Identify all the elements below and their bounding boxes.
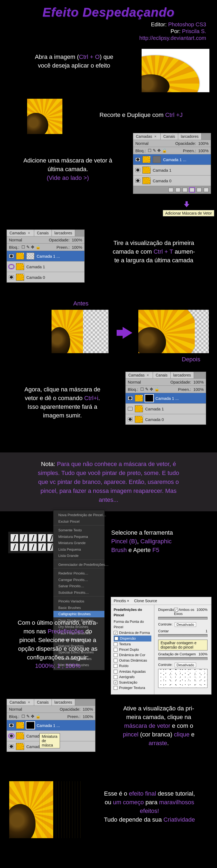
opt[interactable]: Outras Dinâmicas (114, 658, 151, 663)
tab-canais[interactable]: Canais (34, 230, 52, 236)
jitter-value[interactable]: 100% (198, 652, 208, 656)
fill-value[interactable]: 100% (193, 387, 204, 392)
vector-mask-thumb[interactable] (26, 722, 34, 729)
folder-icon[interactable] (183, 188, 187, 192)
layer-row[interactable]: CamadMiniatura de másca (7, 731, 95, 741)
visibility-toggle-off[interactable] (128, 407, 133, 411)
count-value[interactable]: 1 (206, 629, 208, 633)
layer-row[interactable]: Camada 0 (7, 272, 84, 282)
tab-larcadores[interactable]: larcadores (170, 372, 194, 378)
opt[interactable]: Aerógrafo (114, 674, 151, 680)
layer-row-selected[interactable]: Camada 1 ... (7, 251, 84, 261)
fill-value[interactable]: 100% (198, 148, 209, 153)
vector-mask-thumb[interactable] (153, 156, 161, 163)
menu-item-selected[interactable]: Calligraphic Brushes (54, 611, 104, 617)
layer-row-selected[interactable]: Camada 1 ... (126, 393, 206, 403)
tab-larcadores[interactable]: larcadores (52, 699, 75, 706)
blend-mode[interactable]: Normal (9, 707, 22, 712)
opt[interactable]: Pincel Duplo (114, 647, 151, 652)
menu-item[interactable]: Nova Predefinição de Pincel… (54, 512, 104, 518)
visibility-toggle[interactable] (9, 254, 14, 258)
dialog-tab-brushes[interactable]: Pincéis × (114, 599, 129, 603)
menu-item[interactable]: Somente Texto (54, 527, 104, 533)
tab-canais[interactable]: Canais (34, 699, 52, 706)
brush-thumbnails[interactable] (8, 532, 58, 553)
menu-item[interactable]: Carregar Pincéis… (54, 577, 104, 583)
fill-value[interactable]: 100% (83, 714, 93, 719)
opt[interactable]: Proteger Textura (114, 685, 151, 691)
opacity-value[interactable]: 100% (83, 707, 93, 712)
visibility-toggle[interactable] (135, 158, 140, 161)
opt[interactable]: Arestas Aguadas (114, 669, 151, 674)
scatter-slider[interactable] (158, 617, 208, 620)
opt[interactable]: Textura (114, 642, 151, 647)
opt[interactable]: Suavização (114, 680, 151, 685)
tab-larcadores[interactable]: larcadores (52, 230, 75, 236)
visibility-toggle[interactable] (135, 168, 140, 172)
tab-canais[interactable]: Canais (161, 133, 178, 140)
jitter-slider[interactable] (158, 657, 208, 660)
layer-row[interactable]: Camada 1 (7, 261, 84, 272)
brush-settings-dialog[interactable]: Pincéis × Clone Source Predefinições do … (111, 597, 212, 695)
opt[interactable]: Forma da Ponta do Pincel (114, 619, 151, 630)
layers-panel-hidefirst[interactable]: Camadas × Canais larcadores Normal Opaci… (6, 229, 85, 283)
opt[interactable]: Ruído (114, 663, 151, 669)
blend-mode[interactable]: Normal (9, 238, 22, 242)
count-slider[interactable] (158, 634, 208, 637)
opacity-value[interactable]: 100% (198, 141, 209, 146)
both-axes-checkbox[interactable] (174, 608, 178, 612)
blend-mode[interactable]: Normal (135, 141, 148, 146)
menu-item[interactable]: Excluir Pincel (54, 518, 104, 525)
new-layer-icon[interactable] (176, 188, 180, 192)
visibility-toggle[interactable] (9, 275, 14, 279)
vector-mask-thumb[interactable] (26, 252, 34, 259)
control-select[interactable]: Desativado (175, 622, 196, 627)
tab-larcadores[interactable]: larcadores (178, 133, 202, 140)
menu-item[interactable]: Basic Brushes (54, 604, 104, 611)
opacity-value[interactable]: 100% (72, 238, 82, 242)
menu-item[interactable]: Miniatura Grande (54, 540, 104, 546)
layers-panel-addmask[interactable]: Camadas × Canais larcadores Normal Opaci… (133, 133, 211, 194)
visibility-toggle[interactable] (9, 734, 14, 738)
layers-panel-inverted[interactable]: Camadas × Canais larcadores Normal Opaci… (125, 372, 206, 425)
layer-row-selected[interactable]: Camada 1 ... (133, 154, 211, 165)
menu-item[interactable]: Lista Grande (54, 553, 104, 559)
blend-mode[interactable]: Normal (128, 380, 141, 384)
visibility-toggle[interactable] (9, 745, 14, 748)
fx-icon[interactable] (168, 188, 173, 192)
menu-item[interactable]: Substituir Pincéis… (54, 589, 104, 596)
visibility-toggle[interactable] (128, 417, 133, 421)
layer-row[interactable]: Camada 1 (133, 165, 211, 175)
add-mask-icon[interactable] (190, 188, 194, 192)
control-select[interactable]: Desativado (175, 663, 196, 667)
menu-item[interactable]: Salvar Pincéis… (54, 583, 104, 589)
opt-dispersao[interactable]: Dispersão (114, 636, 151, 642)
disp-value[interactable]: 1000% (197, 608, 208, 616)
tab-canais[interactable]: Canais (153, 372, 170, 378)
tab-camadas[interactable]: Camadas × (126, 372, 153, 378)
tab-camadas[interactable]: Camadas × (7, 699, 34, 706)
trash-icon[interactable] (204, 188, 209, 192)
layer-row[interactable]: Camada 1 (126, 403, 206, 414)
layer-row[interactable]: Camada 0 (133, 175, 211, 186)
opt[interactable]: Dinâmica de Cor (114, 652, 151, 658)
opacity-value[interactable]: 100% (193, 380, 204, 384)
tab-camadas[interactable]: Camadas × (7, 230, 34, 236)
menu-item[interactable]: Pincéis Variados (54, 598, 104, 604)
vector-mask-black[interactable] (145, 395, 153, 402)
visibility-toggle-off[interactable] (9, 265, 14, 269)
menu-item[interactable]: Gerenciador de Predefinições… (54, 561, 104, 568)
dialog-tab-clone[interactable]: Clone Source (134, 599, 157, 603)
menu-item[interactable]: Lista Pequena (54, 546, 104, 553)
visibility-toggle[interactable] (128, 396, 133, 400)
visibility-toggle[interactable] (9, 723, 14, 727)
layer-row[interactable]: Camada 0 (126, 414, 206, 425)
fill-value[interactable]: 100% (72, 245, 82, 250)
opt[interactable]: Dinâmica de Forma (114, 630, 151, 636)
layers-panel-final[interactable]: Camadas × Canais larcadores Normal Opaci… (6, 699, 95, 752)
adjustment-icon[interactable] (197, 188, 202, 192)
menu-item[interactable]: Redefinir Pincéis… (54, 570, 104, 577)
layer-row-selected[interactable]: Camada 1 ... (7, 720, 95, 731)
menu-item[interactable]: Miniatura Pequena (54, 533, 104, 540)
tab-camadas[interactable]: Camadas × (133, 133, 161, 140)
